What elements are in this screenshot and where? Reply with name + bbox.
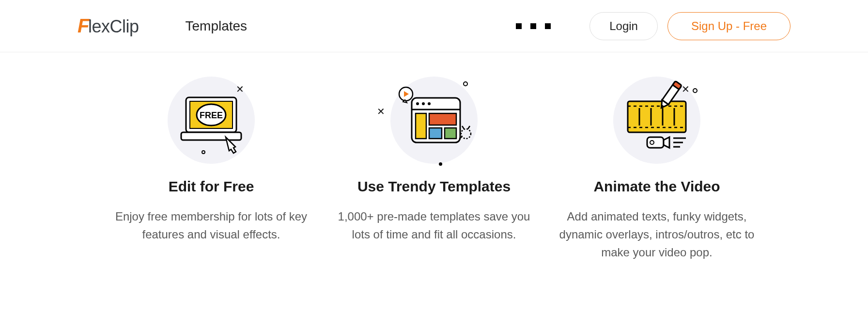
brand-logo[interactable]: FlexClip	[78, 15, 139, 37]
logo-text: lexClip	[88, 16, 139, 37]
overflow-menu[interactable]	[516, 23, 551, 29]
svg-rect-9	[416, 113, 426, 139]
svg-rect-10	[429, 113, 456, 125]
svg-rect-3	[181, 132, 241, 140]
svg-rect-12	[445, 128, 456, 139]
svg-line-15	[462, 126, 464, 129]
laptop-free-icon: ✕ FREE	[168, 77, 255, 164]
feature-desc: Add animated texts, funky widgets, dynam…	[548, 207, 766, 262]
svg-point-7	[422, 102, 425, 105]
feature-card-edit-free: ✕ FREE Edit for Free Enjoy free membersh…	[102, 77, 320, 262]
feature-card-templates: ✕ Use Trendy Templa	[325, 77, 543, 262]
logo-f-mark: F	[78, 15, 89, 37]
dot-icon	[545, 23, 551, 29]
login-button[interactable]: Login	[589, 12, 658, 40]
feature-desc: Enjoy free membership for lots of key fe…	[102, 207, 320, 243]
svg-rect-11	[429, 128, 442, 139]
svg-point-6	[416, 102, 419, 105]
svg-line-16	[468, 126, 470, 129]
feature-title: Animate the Video	[548, 178, 766, 195]
feature-card-animate: ✕	[548, 77, 766, 262]
animate-video-icon: ✕	[613, 77, 700, 164]
feature-title: Edit for Free	[102, 178, 320, 195]
templates-icon: ✕	[390, 77, 478, 164]
svg-point-8	[428, 102, 431, 105]
dot-icon	[516, 23, 522, 29]
feature-title: Use Trendy Templates	[325, 178, 543, 195]
site-header: FlexClip Templates Login Sign Up - Free	[0, 0, 868, 52]
feature-desc: 1,000+ pre-made templates save you lots …	[325, 207, 543, 243]
signup-button[interactable]: Sign Up - Free	[667, 12, 790, 40]
svg-point-14	[461, 129, 471, 139]
svg-text:FREE: FREE	[200, 110, 223, 120]
features-row: ✕ FREE Edit for Free Enjoy free membersh…	[0, 52, 868, 262]
dot-icon	[530, 23, 536, 29]
nav-templates[interactable]: Templates	[185, 18, 247, 34]
